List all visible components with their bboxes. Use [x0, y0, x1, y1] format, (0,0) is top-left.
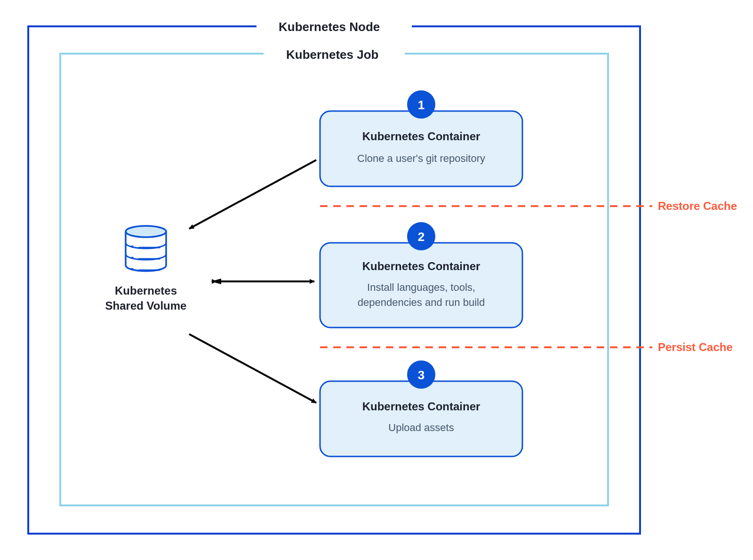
badge-2-number: 2 [418, 230, 425, 244]
restore-cache-divider: Restore Cache [320, 200, 737, 212]
shared-volume-label-line2: Shared Volume [105, 299, 187, 312]
arrow-card1-to-volume [189, 160, 316, 229]
shared-volume: Kubernetes Shared Volume [105, 226, 187, 312]
svg-point-7 [131, 268, 134, 271]
badge-3-number: 3 [418, 368, 425, 382]
svg-point-4 [126, 226, 166, 237]
job-box-label: Kubernetes Job [286, 48, 379, 62]
container-card-1: Kubernetes Container Clone a user's git … [320, 90, 522, 186]
svg-rect-13 [320, 381, 522, 456]
svg-point-5 [131, 246, 134, 248]
container-1-subtitle: Clone a user's git repository [357, 152, 485, 164]
badge-1-number: 1 [418, 98, 425, 112]
container-2-subtitle-l2: dependencies and run build [358, 296, 485, 308]
persist-cache-divider: Persist Cache [320, 341, 733, 353]
container-3-subtitle: Upload assets [388, 422, 454, 433]
svg-point-6 [131, 257, 134, 259]
node-box-label: Kubernetes Node [279, 20, 380, 34]
svg-rect-11 [320, 111, 522, 186]
container-2-title: Kubernetes Container [362, 260, 481, 272]
container-3-title: Kubernetes Container [362, 400, 481, 413]
persist-cache-label: Persist Cache [658, 341, 733, 353]
arrow-volume-to-card3 [189, 334, 316, 403]
container-1-title: Kubernetes Container [362, 130, 481, 143]
database-icon [126, 226, 166, 271]
container-card-2: Kubernetes Container Install languages, … [320, 222, 522, 328]
shared-volume-label-line1: Kubernetes [115, 284, 177, 297]
container-2-subtitle-l1: Install languages, tools, [367, 281, 475, 293]
arrow-start-head-fix [211, 279, 221, 284]
architecture-diagram: Kubernetes Node Kubernetes Job Kubernete… [0, 0, 753, 560]
container-card-3: Kubernetes Container Upload assets 3 [320, 360, 522, 456]
restore-cache-label: Restore Cache [658, 200, 737, 212]
